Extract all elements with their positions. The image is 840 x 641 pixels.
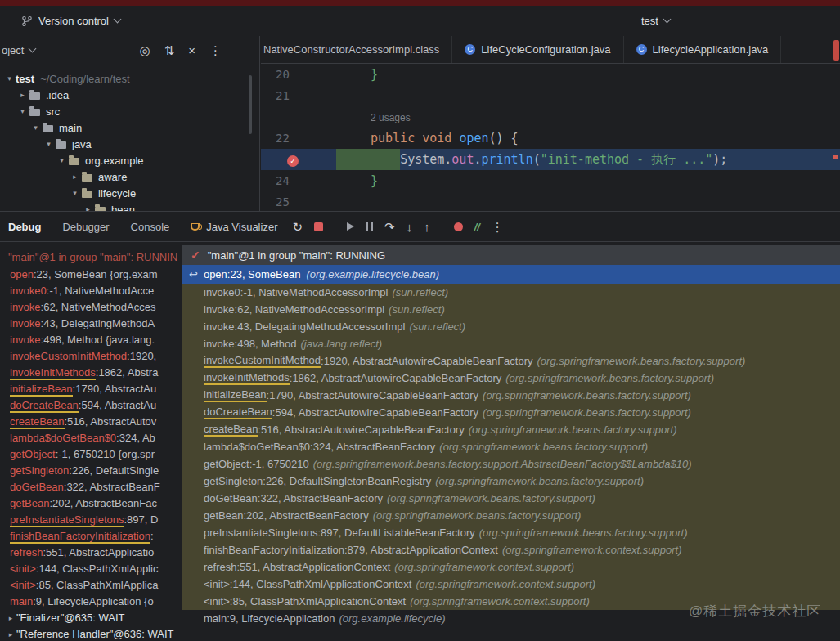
- code-line[interactable]: public void open() {: [336, 128, 840, 149]
- thread-status-row[interactable]: ✓ "main"@1 in group "main": RUNNING: [182, 245, 840, 265]
- code-line[interactable]: [336, 85, 840, 106]
- frame-item[interactable]: invoke:43, DelegatingMethodA: [0, 316, 182, 332]
- frame-item[interactable]: main:9, LifecycleApplication {o: [0, 594, 182, 610]
- gutter[interactable]: [261, 106, 336, 128]
- frame-row[interactable]: preInstantiateSingletons:897, DefaultLis…: [182, 524, 840, 541]
- editor-tab[interactable]: NativeConstructorAccessorImpl.class: [261, 36, 452, 63]
- step-out-icon[interactable]: ↑: [424, 221, 430, 233]
- project-tree-item[interactable]: ▸aware: [0, 168, 259, 185]
- frame-item[interactable]: invoke0:-1, NativeMethodAcce: [0, 283, 182, 299]
- code-line[interactable]: 2 usages: [336, 106, 840, 128]
- frame-item[interactable]: initializeBean:1790, AbstractAu: [0, 381, 182, 397]
- rerun-icon[interactable]: ↻: [292, 221, 303, 233]
- chevron-right-icon[interactable]: ▸: [16, 91, 29, 99]
- chevron-down-icon[interactable]: ▾: [16, 107, 29, 115]
- usages-inlay-hint[interactable]: 2 usages: [371, 112, 411, 123]
- frame-item[interactable]: <init>:85, ClassPathXmlApplica: [0, 577, 182, 594]
- breakpoint-icon[interactable]: ✓: [287, 155, 299, 167]
- version-control-widget[interactable]: Version control: [21, 15, 120, 27]
- expand-collapse-icon[interactable]: ⇅: [164, 44, 175, 56]
- frame-row[interactable]: createBean:516, AbstractAutowireCapableB…: [182, 421, 840, 438]
- hide-panel-icon[interactable]: —: [236, 44, 248, 56]
- close-icon[interactable]: ×: [188, 44, 195, 56]
- frame-item[interactable]: invoke:498, Method {java.lang.: [0, 332, 182, 348]
- more-options-icon[interactable]: ⋮: [492, 221, 504, 233]
- gutter[interactable]: ✓: [261, 149, 336, 170]
- editor[interactable]: 20}212 usages22public void open() {✓ Sys…: [261, 64, 840, 211]
- project-tree-item[interactable]: ▸.idea: [0, 87, 259, 103]
- editor-tab[interactable]: CLifeCycleConfiguration.java: [452, 36, 623, 63]
- step-into-icon[interactable]: ↓: [407, 221, 413, 233]
- chevron-right-icon[interactable]: ▸: [5, 610, 16, 626]
- thread-header-compact[interactable]: "main"@1 in group "main": RUNNIN: [0, 249, 182, 267]
- chevron-down-icon[interactable]: ▾: [3, 74, 16, 83]
- code-line[interactable]: }: [336, 64, 840, 85]
- tab-console[interactable]: Console: [131, 221, 170, 233]
- pause-icon[interactable]: [366, 222, 373, 231]
- frame-row[interactable]: getBean:202, AbstractBeanFactory (org.sp…: [182, 507, 840, 524]
- frame-row[interactable]: invoke0:-1, NativeMethodAccessorImpl (su…: [182, 284, 840, 301]
- gutter[interactable]: 25: [261, 191, 336, 211]
- chevron-down-icon[interactable]: ▾: [69, 189, 81, 197]
- project-panel-title[interactable]: oject: [2, 44, 35, 56]
- frame-item[interactable]: invokeCustomInitMethod:1920,: [0, 348, 182, 365]
- frame-row[interactable]: <init>:144, ClassPathXmlApplicationConte…: [182, 576, 840, 593]
- project-tree-item[interactable]: ▾test ~/Coding/learn/test: [0, 70, 259, 87]
- chevron-right-icon[interactable]: ▸: [82, 205, 94, 211]
- project-tree-item[interactable]: ▾lifecycle: [0, 185, 259, 201]
- chevron-right-icon[interactable]: ▸: [69, 173, 81, 181]
- step-over-icon[interactable]: ↷: [384, 221, 395, 233]
- frame-row[interactable]: refresh:551, AbstractApplicationContext …: [182, 558, 840, 576]
- thread-item-reference-handler[interactable]: ▸ "Reference Handler"@636: WAIT: [0, 626, 182, 641]
- frame-row[interactable]: invokeCustomInitMethod:1920, AbstractAut…: [182, 352, 840, 370]
- project-tree-item[interactable]: ▾org.example: [0, 152, 259, 168]
- frame-row[interactable]: getSingleton:226, DefaultSingletonBeanRe…: [182, 473, 840, 490]
- frame-row[interactable]: finishBeanFactoryInitialization:879, Abs…: [182, 541, 840, 558]
- frame-item[interactable]: <init>:144, ClassPathXmlApplic: [0, 561, 182, 577]
- frame-item[interactable]: doCreateBean:594, AbstractAu: [0, 397, 182, 414]
- frame-row[interactable]: getObject:-1, 6750210 (org.springframewo…: [182, 455, 840, 473]
- frame-item[interactable]: refresh:551, AbstractApplicatio: [0, 545, 182, 561]
- thread-item-finalizer[interactable]: ▸ "Finalizer"@635: WAIT: [0, 610, 182, 626]
- frame-item[interactable]: invoke:62, NativeMethodAcces: [0, 299, 182, 316]
- frame-item[interactable]: getSingleton:226, DefaultSingle: [0, 463, 182, 479]
- frame-item[interactable]: doGetBean:322, AbstractBeanF: [0, 479, 182, 495]
- gutter[interactable]: 24: [261, 170, 336, 191]
- more-options-icon[interactable]: ⋮: [209, 44, 222, 56]
- frame-item[interactable]: finishBeanFactoryInitialization:: [0, 528, 182, 545]
- gutter[interactable]: 21: [261, 85, 336, 106]
- frame-item[interactable]: preInstantiateSingletons:897, D: [0, 512, 182, 528]
- project-tree-item[interactable]: ▾src: [0, 103, 259, 119]
- frame-item[interactable]: open:23, SomeBean {org.exam: [0, 267, 182, 283]
- frame-row[interactable]: initializeBean:1790, AbstractAutowireCap…: [182, 387, 840, 404]
- project-tree-item[interactable]: ▾main: [0, 119, 259, 136]
- frame-row[interactable]: doGetBean:322, AbstractBeanFactory (org.…: [182, 490, 840, 507]
- gutter[interactable]: 20: [261, 64, 336, 85]
- frame-row[interactable]: invoke:43, DelegatingMethodAccessorImpl …: [182, 318, 840, 335]
- run-config-selector[interactable]: test: [641, 15, 670, 27]
- frame-item[interactable]: createBean:516, AbstractAutov: [0, 414, 182, 430]
- gutter[interactable]: 22: [261, 128, 336, 149]
- frame-row[interactable]: lambda$doGetBean$0:324, AbstractBeanFact…: [182, 438, 840, 455]
- mute-breakpoints-icon[interactable]: //: [474, 221, 480, 233]
- frame-row[interactable]: invokeInitMethods:1862, AbstractAutowire…: [182, 370, 840, 387]
- chevron-down-icon[interactable]: ▾: [43, 140, 55, 148]
- code-line[interactable]: [336, 191, 840, 211]
- project-scrollbar[interactable]: [249, 75, 252, 134]
- frame-item[interactable]: lambda$doGetBean$0:324, Ab: [0, 430, 182, 446]
- frame-row[interactable]: invoke:498, Method (java.lang.reflect): [182, 335, 840, 352]
- resume-icon[interactable]: [347, 222, 354, 231]
- project-tree-item[interactable]: ▸bean: [0, 201, 259, 211]
- view-breakpoints-icon[interactable]: [454, 222, 463, 231]
- tab-debugger[interactable]: Debugger: [62, 221, 109, 233]
- code-line[interactable]: }: [336, 170, 840, 191]
- code-line[interactable]: System.out.println("init-method - 执行 ...…: [336, 149, 840, 170]
- chevron-down-icon[interactable]: ▾: [56, 156, 68, 164]
- project-tree-item[interactable]: ▾java: [0, 136, 259, 152]
- chevron-down-icon[interactable]: ▾: [29, 123, 42, 132]
- frame-row[interactable]: invoke:62, NativeMethodAccessorImpl (sun…: [182, 301, 840, 318]
- chevron-right-icon[interactable]: ▸: [5, 626, 16, 641]
- frame-item[interactable]: invokeInitMethods:1862, Abstra: [0, 365, 182, 381]
- frame-item[interactable]: getObject:-1, 6750210 {org.spr: [0, 446, 182, 463]
- tab-java-visualizer[interactable]: Java Visualizer: [191, 221, 277, 233]
